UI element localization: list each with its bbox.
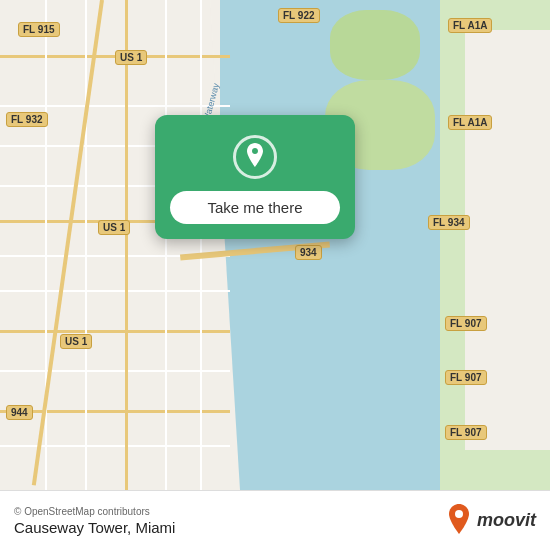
label-fl915: FL 915 bbox=[18, 22, 60, 37]
map-container: Atlantic Intracoastal Waterway FL 922 FL… bbox=[0, 0, 550, 490]
road-h9 bbox=[0, 370, 230, 372]
location-name: Causeway Tower, Miami bbox=[14, 519, 175, 536]
popup-card: Take me there bbox=[155, 115, 355, 239]
popup-pin-circle bbox=[233, 135, 277, 179]
road-v3 bbox=[125, 0, 128, 490]
osm-credit: © OpenStreetMap contributors bbox=[14, 506, 175, 517]
label-fl934: FL 934 bbox=[428, 215, 470, 230]
road-v2 bbox=[85, 0, 87, 490]
land-left bbox=[0, 0, 220, 490]
label-fl907a: FL 907 bbox=[445, 316, 487, 331]
moovit-logo: moovit bbox=[445, 504, 536, 538]
label-fl932: FL 932 bbox=[6, 112, 48, 127]
label-fla1a-top: FL A1A bbox=[448, 18, 492, 33]
bottom-bar: © OpenStreetMap contributors Causeway To… bbox=[0, 490, 550, 550]
road-h2 bbox=[0, 105, 230, 107]
label-fla1a-mid: FL A1A bbox=[448, 115, 492, 130]
label-fl922: FL 922 bbox=[278, 8, 320, 23]
bottom-left-info: © OpenStreetMap contributors Causeway To… bbox=[14, 506, 175, 536]
road-h7 bbox=[0, 290, 230, 292]
label-us1c: US 1 bbox=[60, 334, 92, 349]
label-us1a: US 1 bbox=[115, 50, 147, 65]
moovit-pin-icon bbox=[445, 504, 473, 538]
take-me-there-button[interactable]: Take me there bbox=[170, 191, 340, 224]
moovit-text: moovit bbox=[477, 510, 536, 531]
label-fl907c: FL 907 bbox=[445, 425, 487, 440]
label-fl934b: 934 bbox=[295, 245, 322, 260]
road-h8 bbox=[0, 330, 230, 333]
land-right-inner bbox=[465, 30, 550, 450]
label-fl944: 944 bbox=[6, 405, 33, 420]
label-fl907b: FL 907 bbox=[445, 370, 487, 385]
label-us1b: US 1 bbox=[98, 220, 130, 235]
location-pin-icon bbox=[243, 143, 267, 171]
road-h11 bbox=[0, 445, 230, 447]
road-h10 bbox=[0, 410, 230, 413]
road-v5 bbox=[200, 0, 202, 490]
svg-point-0 bbox=[455, 510, 463, 518]
road-v4 bbox=[165, 0, 167, 490]
park-area-1 bbox=[330, 10, 420, 80]
